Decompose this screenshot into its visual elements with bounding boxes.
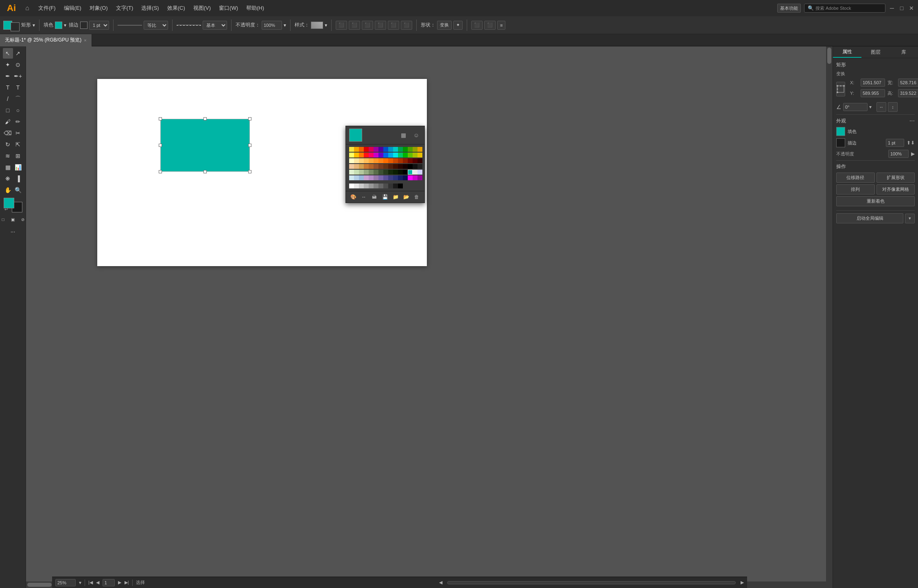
color-cell[interactable] bbox=[369, 164, 374, 169]
color-cell[interactable] bbox=[349, 158, 354, 163]
menu-select[interactable]: 选择(S) bbox=[138, 3, 162, 13]
color-cell[interactable] bbox=[388, 164, 393, 169]
handle-middle-right[interactable] bbox=[248, 144, 251, 147]
document-tab[interactable]: 无标题-1* @ 25% (RGB/GPU 预览) × bbox=[0, 34, 92, 46]
align-left[interactable]: ⬛ bbox=[336, 21, 347, 30]
color-cell[interactable] bbox=[388, 175, 393, 180]
opacity-expand-icon[interactable]: ▶ bbox=[911, 151, 915, 157]
symbol-sprayer-tool[interactable]: ❋ bbox=[3, 173, 13, 184]
chart-tool[interactable]: 📊 bbox=[13, 162, 23, 173]
color-cell[interactable] bbox=[364, 153, 369, 157]
scroll-right-btn[interactable]: ▶ bbox=[741, 580, 744, 585]
color-cell[interactable] bbox=[393, 164, 398, 169]
nav-next-btn[interactable]: ▶| bbox=[125, 580, 129, 585]
color-cell[interactable] bbox=[393, 147, 398, 152]
rect-tool[interactable]: □ bbox=[3, 105, 13, 116]
color-cell[interactable] bbox=[364, 170, 369, 175]
color-cell[interactable] bbox=[359, 164, 364, 169]
pathfinder-btn[interactable]: ✦ bbox=[453, 21, 463, 30]
color-cell[interactable] bbox=[388, 153, 393, 157]
color-cell[interactable] bbox=[413, 164, 417, 169]
color-cell[interactable] bbox=[349, 164, 354, 169]
picker-folder-icon[interactable]: 📁 bbox=[391, 193, 400, 201]
profile-select[interactable]: 基本 bbox=[203, 21, 227, 30]
add-anchor-tool[interactable]: ✒+ bbox=[13, 71, 23, 81]
menu-help[interactable]: 帮助(H) bbox=[243, 3, 267, 13]
teal-rectangle[interactable] bbox=[160, 119, 250, 172]
color-cell[interactable] bbox=[354, 170, 359, 175]
color-cell[interactable] bbox=[413, 175, 417, 180]
color-cell[interactable] bbox=[398, 164, 403, 169]
color-cell[interactable] bbox=[359, 158, 364, 163]
color-cell-gray3[interactable] bbox=[359, 184, 364, 188]
color-cell[interactable] bbox=[393, 153, 398, 157]
vertical-scrollbar[interactable] bbox=[826, 46, 833, 581]
color-cell[interactable] bbox=[383, 153, 388, 157]
picker-save-icon[interactable]: 💾 bbox=[381, 193, 389, 201]
color-cell-gray10[interactable] bbox=[393, 184, 398, 188]
color-cell[interactable] bbox=[403, 170, 408, 175]
color-cell[interactable] bbox=[398, 158, 403, 163]
color-cell[interactable] bbox=[369, 175, 374, 180]
opacity-dropdown-icon[interactable]: ▾ bbox=[284, 22, 286, 28]
tab-layers[interactable]: 图层 bbox=[861, 46, 890, 58]
scale-tool[interactable]: ⇱ bbox=[13, 139, 23, 150]
scissors-tool[interactable]: ✂ bbox=[13, 128, 23, 138]
fill-color-swatch[interactable] bbox=[836, 127, 845, 136]
color-cell[interactable] bbox=[359, 175, 364, 180]
color-cell[interactable] bbox=[383, 147, 388, 152]
color-cell[interactable] bbox=[393, 170, 398, 175]
menu-text[interactable]: 文字(T) bbox=[113, 3, 137, 13]
column-graph-tool[interactable]: ▐ bbox=[13, 173, 23, 184]
rotate-tool[interactable]: ↻ bbox=[3, 139, 13, 150]
color-cell[interactable] bbox=[374, 153, 378, 157]
color-cell[interactable] bbox=[359, 153, 364, 157]
warp-tool[interactable]: ≋ bbox=[3, 151, 13, 161]
color-cell[interactable] bbox=[417, 164, 422, 169]
menu-window[interactable]: 窗口(W) bbox=[216, 3, 241, 13]
home-icon[interactable]: ⌂ bbox=[21, 2, 33, 14]
flip-vertical-icon[interactable]: ↕ bbox=[888, 102, 898, 112]
color-cell[interactable] bbox=[398, 170, 403, 175]
expand-shape-btn[interactable]: 扩展形状 bbox=[876, 173, 915, 183]
color-cell[interactable] bbox=[383, 158, 388, 163]
stroke-color-swatch[interactable] bbox=[836, 138, 845, 147]
color-cell[interactable] bbox=[354, 175, 359, 180]
handle-bottom-center[interactable] bbox=[203, 170, 207, 173]
arrange-btn1[interactable]: ⬛ bbox=[471, 21, 483, 30]
color-cell[interactable] bbox=[354, 147, 359, 152]
zoom-dropdown-icon[interactable]: ▾ bbox=[79, 580, 81, 586]
color-cell[interactable] bbox=[413, 153, 417, 157]
offset-path-btn[interactable]: 位移路径 bbox=[836, 173, 875, 183]
magic-wand-tool[interactable]: ✦ bbox=[3, 59, 13, 70]
fill-swatch[interactable] bbox=[55, 22, 62, 29]
menu-edit[interactable]: 编辑(E) bbox=[61, 3, 85, 13]
color-cell[interactable] bbox=[354, 153, 359, 157]
color-cell[interactable] bbox=[364, 164, 369, 169]
zoom-tool[interactable]: 🔍 bbox=[13, 185, 23, 195]
reset-colors-icon[interactable]: ↩ bbox=[4, 207, 8, 212]
picker-delete-icon[interactable]: 🗑 bbox=[413, 193, 421, 201]
color-cell[interactable] bbox=[403, 153, 408, 157]
align-middle[interactable]: ⬛ bbox=[388, 21, 399, 30]
angle-dropdown[interactable]: ▾ bbox=[869, 104, 872, 110]
menu-object[interactable]: 对象(O) bbox=[86, 3, 111, 13]
arrange-btn2[interactable]: ⬛ bbox=[484, 21, 496, 30]
color-cell[interactable] bbox=[393, 158, 398, 163]
color-cell-gray7[interactable] bbox=[378, 184, 383, 188]
angle-input[interactable] bbox=[843, 103, 868, 111]
shape-dropdown-icon[interactable]: ▾ bbox=[33, 22, 35, 28]
color-cell[interactable] bbox=[417, 153, 422, 157]
color-cell-black[interactable] bbox=[398, 184, 403, 188]
color-cell[interactable] bbox=[374, 164, 378, 169]
picker-color-wheel-icon[interactable]: ☺ bbox=[411, 130, 421, 140]
color-cell-gray6[interactable] bbox=[374, 184, 378, 188]
handle-middle-left[interactable] bbox=[159, 144, 162, 147]
color-cell-gray8[interactable] bbox=[383, 184, 388, 188]
arc-tool[interactable]: ⌒ bbox=[13, 94, 23, 104]
color-cell[interactable] bbox=[378, 147, 383, 152]
nav-prev-btn[interactable]: |◀ bbox=[88, 580, 93, 585]
color-cell[interactable] bbox=[354, 164, 359, 169]
color-cell[interactable] bbox=[349, 153, 354, 157]
color-cell[interactable] bbox=[378, 153, 383, 157]
